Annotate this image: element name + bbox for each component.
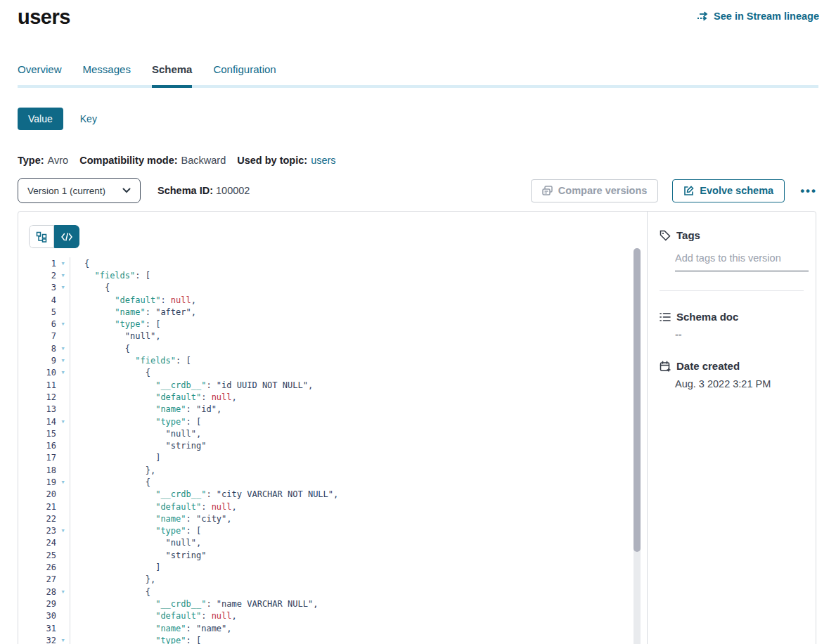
version-bar: Version 1 (current) Schema ID: 100002 Co…: [18, 178, 818, 203]
calendar-icon: [660, 361, 671, 372]
tab-bar: Overview Messages Schema Configuration: [18, 63, 818, 88]
tab-configuration[interactable]: Configuration: [213, 63, 276, 85]
line-content: "name": "name",: [70, 624, 232, 633]
stream-lineage-label: See in Stream lineage: [714, 11, 819, 22]
schema-doc-title: Schema doc: [676, 311, 738, 323]
collapse-caret-icon[interactable]: ▼: [56, 346, 70, 352]
code-line: 9▼ "fields": [: [29, 354, 647, 366]
add-tags-input[interactable]: [675, 248, 809, 271]
collapse-caret-icon[interactable]: ▼: [56, 589, 70, 595]
line-number: 12: [29, 392, 56, 402]
version-select[interactable]: Version 1 (current): [18, 178, 141, 203]
line-content: {: [70, 477, 150, 487]
collapse-caret-icon[interactable]: ▼: [56, 261, 70, 266]
code-line: 28▼ {: [29, 586, 647, 598]
key-toggle-button[interactable]: Key: [80, 113, 97, 124]
line-content: {: [70, 259, 89, 269]
code-view-button[interactable]: [54, 225, 79, 248]
line-number: 18: [29, 465, 56, 475]
schema-id-value: 100002: [216, 185, 250, 196]
line-content: },: [70, 574, 155, 584]
date-created-header: Date created: [660, 360, 806, 372]
line-content: "null",: [70, 429, 201, 439]
line-number: 21: [29, 502, 56, 512]
code-line: 18 },: [29, 464, 647, 476]
code-line: 25 "string": [29, 549, 647, 561]
line-number: 30: [29, 611, 56, 621]
code-line: 2▼ "fields": [: [29, 269, 647, 281]
scrollbar-thumb[interactable]: [634, 248, 641, 552]
line-content: ]: [70, 562, 160, 572]
evolve-schema-button[interactable]: Evolve schema: [672, 179, 785, 202]
line-number: 29: [29, 599, 56, 609]
line-content: "name": "after",: [70, 307, 196, 317]
line-content: "string": [70, 441, 206, 451]
code-line: 8▼ {: [29, 342, 647, 354]
value-key-toggle: Value Key: [18, 108, 97, 130]
page-title: users: [18, 6, 70, 29]
line-content: "name": "id",: [70, 404, 221, 414]
collapse-caret-icon[interactable]: ▼: [56, 479, 70, 485]
collapse-caret-icon[interactable]: ▼: [56, 273, 70, 278]
tag-icon: [660, 230, 671, 241]
schema-panel: 1▼{2▼ "fields": [3▼ {4 "default": null,5…: [18, 211, 816, 644]
tree-view-button[interactable]: [29, 225, 54, 248]
code-lines: 1▼{2▼ "fields": [3▼ {4 "default": null,5…: [29, 257, 647, 644]
code-line: 27 },: [29, 574, 647, 586]
line-content: {: [70, 283, 110, 292]
line-content: "__crdb__": "name VARCHAR NULL",: [70, 599, 318, 609]
more-actions-button[interactable]: •••: [799, 185, 818, 197]
code-line: 1▼{: [29, 257, 647, 269]
code-line: 19▼ {: [29, 476, 647, 488]
chevron-down-icon: [122, 188, 131, 193]
code-line: 22 "name": "city",: [29, 513, 647, 524]
scrollbar-track[interactable]: [634, 248, 641, 644]
line-content: },: [70, 465, 155, 475]
topic-link[interactable]: users: [311, 155, 335, 166]
code-line: 7 "null",: [29, 330, 647, 342]
collapse-caret-icon[interactable]: ▼: [56, 321, 70, 327]
collapse-caret-icon[interactable]: ▼: [56, 358, 70, 363]
code-line: 6▼ "type": [: [29, 318, 647, 330]
collapse-caret-icon[interactable]: ▼: [56, 370, 70, 375]
line-content: ]: [70, 453, 160, 463]
schema-sidebar: Tags Schema doc --: [647, 212, 816, 644]
line-number: 32: [29, 636, 56, 644]
code-line: 17 ]: [29, 452, 647, 464]
schema-doc-header: Schema doc: [660, 311, 806, 323]
line-number: 6: [29, 319, 56, 329]
stream-lineage-icon: [697, 11, 709, 21]
line-number: 20: [29, 489, 56, 499]
collapse-caret-icon[interactable]: ▼: [56, 285, 70, 290]
line-number: 10: [29, 368, 56, 378]
line-content: "type": [: [70, 319, 160, 329]
line-number: 8: [29, 344, 56, 354]
tab-messages[interactable]: Messages: [83, 63, 131, 85]
collapse-caret-icon[interactable]: ▼: [56, 528, 70, 534]
collapse-caret-icon[interactable]: ▼: [56, 638, 70, 643]
line-content: "null",: [70, 538, 201, 548]
tab-schema[interactable]: Schema: [152, 63, 193, 85]
line-content: "default": null,: [70, 392, 237, 402]
collapse-caret-icon[interactable]: ▼: [56, 419, 70, 425]
stream-lineage-link[interactable]: See in Stream lineage: [697, 11, 819, 22]
line-number: 1: [29, 259, 56, 269]
code-section: 1▼{2▼ "fields": [3▼ {4 "default": null,5…: [18, 212, 647, 644]
compare-versions-button[interactable]: Compare versions: [531, 179, 659, 202]
tab-overview[interactable]: Overview: [18, 63, 62, 85]
meta-type: Type:Avro: [18, 155, 68, 166]
line-content: "__crdb__": "id UUID NOT NULL",: [70, 380, 313, 390]
list-icon: [660, 312, 671, 322]
line-number: 25: [29, 550, 56, 560]
line-number: 31: [29, 624, 56, 633]
tags-title: Tags: [676, 229, 700, 241]
schema-page: users See in Stream lineage Overview Mes…: [0, 0, 836, 644]
value-toggle-button[interactable]: Value: [18, 108, 63, 130]
code-line: 14▼ "type": [: [29, 416, 647, 427]
code-line: 11 "__crdb__": "id UUID NOT NULL",: [29, 379, 647, 391]
edit-icon: [683, 186, 694, 196]
code-line: 24 "null",: [29, 537, 647, 549]
line-content: "string": [70, 550, 206, 560]
meta-compat: Compatibility mode:Backward: [79, 155, 226, 166]
version-bar-actions: Compare versions Evolve schema •••: [531, 179, 818, 202]
